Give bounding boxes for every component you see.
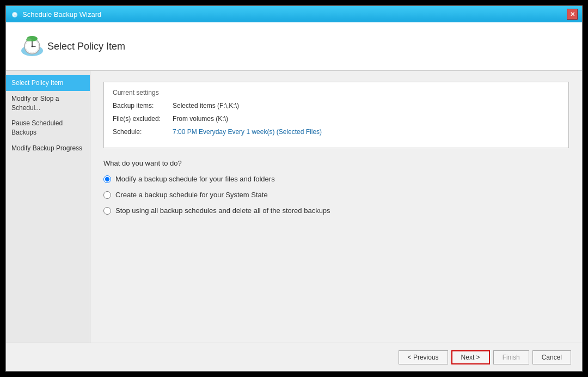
sidebar: Select Policy Item Modify or Stop a Sche… xyxy=(6,71,90,343)
backup-items-value: Selected items (F:\,K:\) xyxy=(173,102,239,110)
svg-point-14 xyxy=(26,38,32,41)
radio-stop-all[interactable] xyxy=(103,207,111,215)
cancel-button[interactable]: Cancel xyxy=(532,350,571,364)
svg-point-12 xyxy=(32,46,33,47)
wizard-window: Schedule Backup Wizard ✕ xyxy=(5,5,583,372)
radio-create-system-state[interactable] xyxy=(103,191,111,199)
settings-row-backup-items: Backup items: Selected items (F:\,K:\) xyxy=(113,102,560,110)
finish-button[interactable]: Finish xyxy=(493,350,529,364)
next-button[interactable]: Next > xyxy=(451,350,490,364)
radio-modify-files-label: Modify a backup schedule for your files … xyxy=(115,175,275,183)
header-icon xyxy=(17,31,47,62)
title-bar: Schedule Backup Wizard ✕ xyxy=(6,6,582,22)
schedule-label: Schedule: xyxy=(113,128,173,136)
previous-button[interactable]: < Previous xyxy=(399,350,448,364)
what-to-do-section: What do you want to do? Modify a backup … xyxy=(103,159,569,215)
radio-option-modify-files: Modify a backup schedule for your files … xyxy=(103,175,569,183)
settings-row-schedule: Schedule: 7:00 PM Everyday Every 1 week(… xyxy=(113,128,560,136)
backup-items-label: Backup items: xyxy=(113,102,173,110)
page-title: Select Policy Item xyxy=(47,41,125,52)
main-area: Select Policy Item Modify or Stop a Sche… xyxy=(6,71,582,343)
current-settings-title: Current settings xyxy=(113,89,560,96)
sidebar-item-select-policy[interactable]: Select Policy Item xyxy=(6,75,90,91)
window-title: Schedule Backup Wizard xyxy=(22,10,101,19)
what-to-do-title: What do you want to do? xyxy=(103,159,569,167)
content-area: Current settings Backup items: Selected … xyxy=(90,71,582,343)
close-button[interactable]: ✕ xyxy=(567,9,578,20)
radio-option-create-system-state: Create a backup schedule for your System… xyxy=(103,191,569,199)
files-excluded-value: From volumes (K:\) xyxy=(173,115,228,123)
radio-modify-files[interactable] xyxy=(103,175,111,183)
settings-row-files-excluded: File(s) excluded: From volumes (K:\) xyxy=(113,115,560,123)
schedule-value: 7:00 PM Everyday Every 1 week(s) (Select… xyxy=(173,128,322,136)
radio-option-stop-all: Stop using all backup schedules and dele… xyxy=(103,206,569,215)
footer: < Previous Next > Finish Cancel xyxy=(6,343,582,371)
sidebar-item-pause[interactable]: Pause Scheduled Backups xyxy=(6,115,90,141)
header-area: Select Policy Item xyxy=(6,22,582,71)
files-excluded-label: File(s) excluded: xyxy=(113,115,173,123)
sidebar-item-modify-progress[interactable]: Modify Backup Progress xyxy=(6,141,90,156)
radio-stop-all-label: Stop using all backup schedules and dele… xyxy=(115,206,330,215)
sidebar-item-modify-stop[interactable]: Modify or Stop a Schedul... xyxy=(6,91,90,116)
radio-create-system-state-label: Create a backup schedule for your System… xyxy=(115,191,268,199)
current-settings-box: Current settings Backup items: Selected … xyxy=(103,82,569,148)
app-icon xyxy=(10,10,19,19)
